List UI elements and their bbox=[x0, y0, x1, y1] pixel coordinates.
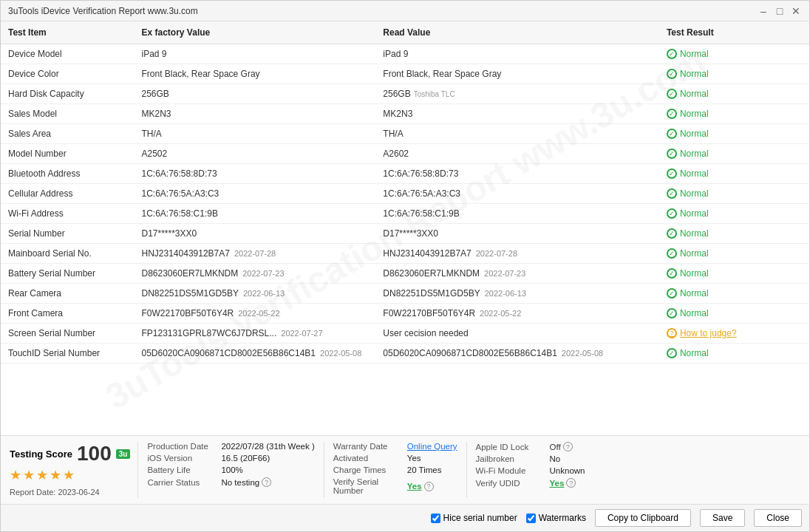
cell-test-item: Device Model bbox=[1, 44, 135, 64]
verify-serial-help-icon[interactable]: ? bbox=[424, 482, 434, 491]
charge-times-row: Charge Times 20 Times bbox=[333, 466, 457, 474]
cell-test-item: Bluetooth Address bbox=[1, 164, 135, 184]
restore-button[interactable]: □ bbox=[774, 5, 786, 17]
table-row: Bluetooth Address1C:6A:76:58:8D:731C:6A:… bbox=[1, 164, 809, 184]
check-circle-icon bbox=[667, 348, 677, 358]
apple-id-lock-value: Off bbox=[550, 443, 561, 451]
cell-read-value: D17*****3XX0 bbox=[375, 224, 659, 244]
cell-test-item: Device Color bbox=[1, 64, 135, 84]
close-button[interactable]: ✕ bbox=[790, 5, 802, 17]
activated-value: Yes bbox=[407, 454, 421, 463]
window-controls: – □ ✕ bbox=[758, 5, 802, 17]
carrier-status-row: Carrier Status No testing ? bbox=[147, 477, 314, 487]
check-circle-icon bbox=[667, 188, 677, 199]
cell-result: Normal bbox=[659, 84, 809, 104]
copy-clipboard-button[interactable]: Copy to Clipboard bbox=[595, 509, 691, 527]
cell-factory-value: F0W22170BF50T6Y4R2022-05-22 bbox=[135, 304, 376, 324]
table-row: Device ColorFront Black, Rear Space Gray… bbox=[1, 64, 809, 84]
apple-id-lock-label: Apple ID Lock bbox=[476, 443, 550, 451]
cell-read-value: A2602 bbox=[375, 144, 659, 164]
table-row: Screen Serial NumberFP123131GPRL87WC6J7D… bbox=[1, 324, 809, 344]
table-row: Front CameraF0W22170BF50T6Y4R2022-05-22F… bbox=[1, 304, 809, 324]
save-button[interactable]: Save bbox=[700, 509, 745, 527]
check-circle-icon bbox=[667, 268, 677, 279]
warranty-date-value[interactable]: Online Query bbox=[407, 442, 457, 451]
cell-result[interactable]: How to judge? bbox=[659, 324, 809, 344]
cell-result: Normal bbox=[659, 104, 809, 124]
verify-udid-help-icon[interactable]: ? bbox=[566, 478, 576, 488]
check-circle-icon bbox=[667, 69, 677, 79]
cell-factory-value: 256GB bbox=[135, 84, 376, 104]
cell-read-value: D8623060ER7LMKNDM2022-07-23 bbox=[375, 264, 659, 284]
table-row: Wi-Fi Address1C:6A:76:58:C1:9B1C:6A:76:5… bbox=[1, 204, 809, 224]
jailbroken-value: No bbox=[550, 454, 561, 463]
watermarks-checkbox[interactable] bbox=[526, 514, 536, 523]
table-row: Sales ModelMK2N3MK2N3Normal bbox=[1, 104, 809, 124]
cell-factory-value: HNJ2314043912B7A72022-07-28 bbox=[135, 244, 376, 264]
table-row: Hard Disk Capacity256GB256GBToshiba TLCN… bbox=[1, 84, 809, 104]
info-section-1: Production Date 2022/07/28 (31th Week ) … bbox=[138, 442, 324, 498]
cell-test-item: Serial Number bbox=[1, 224, 135, 244]
verification-table: Test Item Ex factory Value Read Value Te… bbox=[1, 21, 809, 364]
verify-serial-value[interactable]: Yes bbox=[407, 482, 422, 491]
main-window: 3uTools iDevice Verification Report www.… bbox=[0, 0, 810, 532]
cell-read-value: Front Black, Rear Space Gray bbox=[375, 64, 659, 84]
minimize-button[interactable]: – bbox=[758, 5, 769, 17]
battery-life-label: Battery Life bbox=[147, 466, 221, 474]
cell-test-item: Hard Disk Capacity bbox=[1, 84, 135, 104]
window-title: 3uTools iDevice Verification Report www.… bbox=[8, 6, 198, 16]
title-bar: 3uTools iDevice Verification Report www.… bbox=[1, 1, 809, 21]
check-circle-icon bbox=[667, 49, 677, 59]
watermarks-label: Watermarks bbox=[539, 513, 586, 523]
cell-read-value: 256GBToshiba TLC bbox=[375, 84, 659, 104]
cell-result: Normal bbox=[659, 184, 809, 204]
table-row: Serial NumberD17*****3XX0D17*****3XX0Nor… bbox=[1, 224, 809, 244]
cell-factory-value: 05D6020CA0906871CD8002E56B86C14B12022-05… bbox=[135, 344, 376, 364]
ios-version-value: 16.5 (20F66) bbox=[221, 454, 270, 463]
check-circle-icon bbox=[667, 168, 677, 179]
cell-read-value: 1C:6A:76:58:C1:9B bbox=[375, 204, 659, 224]
ios-version-label: iOS Version bbox=[147, 454, 221, 463]
hide-serial-checkbox-label[interactable]: Hice serial number bbox=[431, 513, 517, 523]
table-row: Model NumberA2502A2602Normal bbox=[1, 144, 809, 164]
cell-factory-value: Front Black, Rear Space Gray bbox=[135, 64, 376, 84]
apple-id-help-icon[interactable]: ? bbox=[563, 442, 573, 451]
bottom-sections: Testing Score 100 3u ★★★★★ Report Date: … bbox=[10, 442, 800, 498]
wifi-module-label: Wi-Fi Module bbox=[476, 466, 550, 475]
verify-udid-value[interactable]: Yes bbox=[550, 479, 565, 488]
table-row: Cellular Address1C:6A:76:5A:A3:C31C:6A:7… bbox=[1, 184, 809, 204]
cell-factory-value: 1C:6A:76:58:8D:73 bbox=[135, 164, 376, 184]
cell-read-value: 05D6020CA0906871CD8002E56B86C14B12022-05… bbox=[375, 344, 659, 364]
charge-times-value: 20 Times bbox=[407, 466, 442, 474]
cell-result: Normal bbox=[659, 204, 809, 224]
close-button-footer[interactable]: Close bbox=[754, 509, 802, 527]
cell-test-item: Cellular Address bbox=[1, 184, 135, 204]
wifi-module-row: Wi-Fi Module Unknown bbox=[476, 466, 585, 475]
activated-row: Activated Yes bbox=[333, 454, 457, 463]
cell-result: Normal bbox=[659, 244, 809, 264]
header-factory-value: Ex factory Value bbox=[135, 21, 376, 44]
cell-result: Normal bbox=[659, 64, 809, 84]
warranty-date-label: Warranty Date bbox=[333, 442, 407, 451]
check-circle-icon bbox=[667, 208, 677, 219]
check-circle-icon bbox=[667, 228, 677, 239]
score-value: 100 bbox=[77, 442, 112, 466]
cell-result: Normal bbox=[659, 284, 809, 304]
content-area: 3uTools Verification Report www.3u.com T… bbox=[1, 21, 809, 531]
cell-test-item: Screen Serial Number bbox=[1, 324, 135, 344]
hide-serial-checkbox[interactable] bbox=[431, 514, 440, 523]
ios-version-row: iOS Version 16.5 (20F66) bbox=[147, 454, 314, 463]
table-row: Mainboard Serial No.HNJ2314043912B7A7202… bbox=[1, 244, 809, 264]
table-row: TouchID Serial Number05D6020CA0906871CD8… bbox=[1, 344, 809, 364]
watermarks-checkbox-label[interactable]: Watermarks bbox=[526, 513, 586, 523]
cell-read-value: 1C:6A:76:58:8D:73 bbox=[375, 164, 659, 184]
cell-result: Normal bbox=[659, 304, 809, 324]
check-circle-icon bbox=[667, 109, 677, 119]
cell-factory-value: 1C:6A:76:58:C1:9B bbox=[135, 204, 376, 224]
header-read-value: Read Value bbox=[375, 21, 659, 44]
battery-life-row: Battery Life 100% bbox=[147, 466, 314, 474]
cell-factory-value: DN82251DS5M1GD5BY2022-06-13 bbox=[135, 284, 376, 304]
table-row: Battery Serial NumberD8623060ER7LMKNDM20… bbox=[1, 264, 809, 284]
info-section-2: Warranty Date Online Query Activated Yes… bbox=[324, 442, 467, 498]
carrier-help-icon[interactable]: ? bbox=[262, 477, 271, 487]
